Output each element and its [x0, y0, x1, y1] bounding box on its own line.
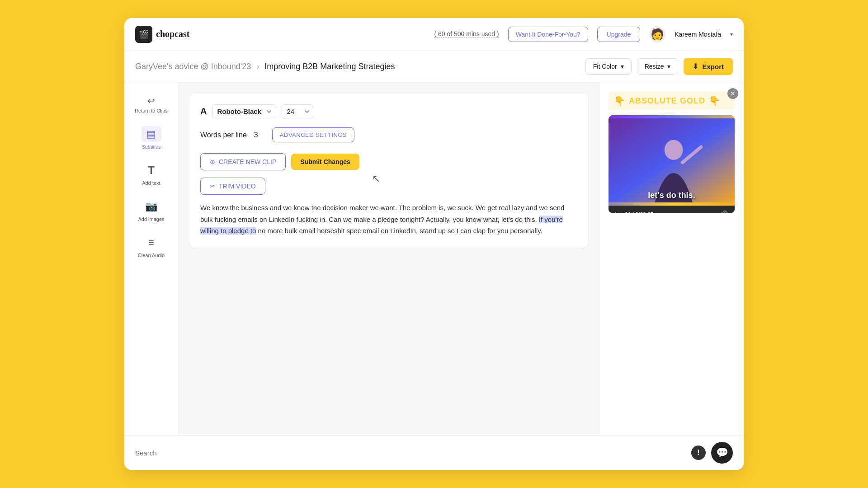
info-button[interactable]: !: [691, 446, 706, 460]
font-size-select[interactable]: 24: [282, 104, 313, 118]
breadcrumb-separator: ›: [256, 62, 259, 71]
clean-audio-label: Clean Audio: [138, 253, 165, 258]
fit-color-chevron-icon: ▾: [621, 63, 624, 70]
svg-point-1: [665, 140, 683, 160]
logo-icon: 🎬: [135, 26, 152, 43]
create-clip-plus-icon: ⊕: [210, 158, 215, 165]
main-layout: ↩ Return to Clips ▤ Subtitles T Add text…: [124, 83, 744, 435]
export-button[interactable]: ⬇ Export: [684, 58, 733, 75]
export-icon: ⬇: [693, 62, 698, 70]
sidebar: ↩ Return to Clips ▤ Subtitles T Add text…: [124, 83, 179, 435]
advanced-settings-button[interactable]: ADVANCED SETTINGS: [272, 127, 354, 142]
fit-color-label: Fit Color: [593, 63, 617, 70]
user-menu-chevron-icon[interactable]: ▾: [730, 31, 733, 38]
right-panel: 👇 ABSOLUTE GOLD 👇 ✕: [599, 83, 744, 435]
gold-badge-text: ABSOLUTE GOLD: [629, 96, 705, 106]
font-label-icon: A: [200, 106, 207, 117]
font-family-select[interactable]: Roboto-Black: [212, 104, 276, 118]
gold-badge-left-icon: 👇: [614, 95, 625, 106]
close-badge-icon: ✕: [730, 90, 736, 97]
add-images-icon: 📷: [142, 199, 160, 214]
close-badge-button[interactable]: ✕: [727, 88, 738, 99]
create-clip-label: CREATE NEW CLIP: [219, 158, 276, 165]
search-input[interactable]: [135, 449, 413, 457]
content-panel: A Roboto-Black 24 Words per line 3 ADVAN…: [179, 83, 599, 435]
video-preview: let's do this. ▶ 00:18/00:27 🔊: [609, 115, 735, 213]
add-text-icon: T: [142, 163, 160, 178]
trim-video-scissors-icon: ✂: [210, 183, 215, 190]
add-text-label: Add text: [142, 180, 160, 186]
done-for-you-button[interactable]: Want It Done-For-You?: [508, 27, 588, 42]
transcript-gap: ss and we kn: [261, 204, 301, 211]
words-per-line-row: Words per line 3 ADVANCED SETTINGS: [200, 127, 577, 142]
return-to-clips-label: Return to Clips: [135, 108, 168, 113]
words-per-line-label: Words per line: [200, 131, 247, 139]
create-new-clip-button[interactable]: ⊕ CREATE NEW CLIP: [200, 153, 286, 170]
export-label: Export: [702, 63, 724, 70]
submit-changes-button[interactable]: Submit Changes: [291, 154, 359, 170]
subtitle-text: let's do this.: [648, 191, 695, 200]
action-row: ⊕ CREATE NEW CLIP Submit Changes ✂ TRIM …: [200, 153, 577, 195]
subtitle-overlay: let's do this.: [609, 191, 735, 200]
resize-chevron-icon: ▾: [667, 63, 670, 70]
chat-button[interactable]: 💬: [711, 442, 733, 464]
header: 🎬 chopcast ( 60 of 500 mins used ) Want …: [124, 18, 744, 51]
resize-label: Resize: [645, 63, 664, 70]
clean-audio-icon: ≡: [142, 235, 160, 250]
subtitles-label: Subtitles: [142, 144, 160, 150]
usage-text: ( 60 of 500 mins used ): [434, 30, 499, 38]
transcript-text[interactable]: We know the business and we know the dec…: [200, 202, 577, 237]
logo: 🎬 chopcast: [135, 26, 189, 43]
breadcrumb-parent[interactable]: GaryVee's advice @ Inbound'23: [135, 62, 251, 71]
search-bar: ! 💬: [124, 435, 744, 470]
resize-button[interactable]: Resize ▾: [637, 58, 679, 75]
subtitles-icon: ▤: [142, 127, 160, 141]
volume-icon[interactable]: 🔊: [719, 210, 728, 213]
popup-buttons-row: ⊕ CREATE NEW CLIP Submit Changes: [200, 153, 577, 170]
font-row: A Roboto-Black 24: [200, 104, 577, 118]
chat-icon: 💬: [716, 447, 728, 459]
logo-text: chopcast: [156, 29, 189, 39]
sidebar-item-add-text[interactable]: T Add text: [124, 157, 178, 191]
subheader: GaryVee's advice @ Inbound'23 › Improvin…: [124, 51, 744, 83]
sidebar-item-return-to-clips[interactable]: ↩ Return to Clips: [124, 90, 178, 119]
fit-color-button[interactable]: Fit Color ▾: [585, 58, 632, 75]
gold-badge-right-icon: 👇: [709, 95, 720, 106]
avatar: 🧑: [649, 26, 665, 42]
trim-video-button[interactable]: ✂ TRIM VIDEO: [200, 178, 265, 195]
upgrade-button[interactable]: Upgrade: [597, 27, 641, 42]
sidebar-item-add-images[interactable]: 📷 Add images: [124, 193, 178, 227]
user-name: Kareem Mostafa: [675, 31, 721, 38]
back-arrow-icon: ↩: [147, 95, 155, 106]
info-icon: !: [697, 449, 699, 457]
video-time: 00:18/00:27: [625, 211, 666, 214]
sidebar-item-subtitles[interactable]: ▤ Subtitles: [124, 121, 178, 155]
gold-badge: 👇 ABSOLUTE GOLD 👇 ✕: [609, 92, 735, 110]
editor-card: A Roboto-Black 24 Words per line 3 ADVAN…: [189, 94, 588, 248]
words-per-line-value: 3: [254, 131, 265, 139]
breadcrumb-current: Improving B2B Marketing Strategies: [264, 62, 395, 71]
add-images-label: Add images: [138, 216, 164, 222]
transcript-after-highlight: no more bulk email horseshit spec email …: [256, 227, 542, 235]
trim-video-label: TRIM VIDEO: [219, 183, 256, 190]
video-thumbnail: let's do this.: [609, 115, 735, 206]
sidebar-item-clean-audio[interactable]: ≡ Clean Audio: [124, 229, 178, 263]
transcript-before: We know the busine: [200, 204, 261, 211]
video-controls: ▶ 00:18/00:27 🔊: [609, 206, 735, 213]
video-play-icon[interactable]: ▶: [615, 210, 620, 213]
